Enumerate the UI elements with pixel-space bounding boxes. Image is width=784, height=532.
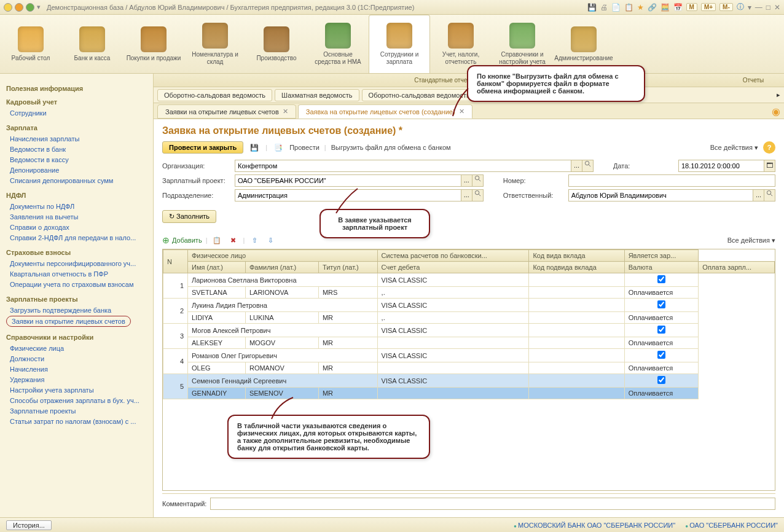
col-header[interactable]: Физическое лицо <box>188 250 378 262</box>
org-input[interactable] <box>235 160 571 172</box>
sidebar-link[interactable]: Удержания <box>6 375 147 385</box>
doc-tab[interactable]: Заявки на открытие лицевых счетов✕ <box>157 104 296 119</box>
comment-input[interactable] <box>210 498 775 510</box>
select-icon[interactable]: ... <box>461 174 472 187</box>
save-icon[interactable]: 💾 <box>587 3 597 12</box>
close-icon[interactable]: ✕ <box>774 3 780 12</box>
sidebar-link[interactable]: Ведомости в кассу <box>6 155 147 165</box>
table-row-sub[interactable]: GENNADIYSEMENOVMRОплачивается <box>163 388 775 399</box>
sidebar-link[interactable]: Справки о доходах <box>6 222 147 232</box>
sidebar-link[interactable]: Начисления зарплаты <box>6 134 147 144</box>
table-row-sub[interactable]: OLEGROMANOVMRОплачивается <box>163 362 775 374</box>
m-button[interactable]: M <box>686 3 697 11</box>
fav-toggle-icon[interactable]: ◉ <box>772 106 780 117</box>
col-subheader[interactable]: Оплата зарпл... <box>699 262 775 273</box>
sidebar-link[interactable]: Документы по НДФЛ <box>6 201 147 211</box>
calendar-icon[interactable]: 📅 <box>673 3 683 12</box>
calendar-icon[interactable]: 🗔 <box>764 160 775 172</box>
search-icon[interactable] <box>764 189 775 201</box>
nav-fwd-icon[interactable] <box>26 3 34 12</box>
col-subheader[interactable]: Валюта <box>624 262 699 273</box>
help-icon[interactable]: ? <box>763 141 775 154</box>
export-file-button[interactable]: Выгрузить файл для обмена с банком <box>331 144 451 151</box>
resp-input[interactable] <box>568 189 753 201</box>
proj-input[interactable] <box>235 174 461 187</box>
clip-icon[interactable]: 📋 <box>624 3 633 12</box>
row-checkbox[interactable] <box>657 376 665 384</box>
all-actions-button[interactable]: Все действия ▾ <box>710 144 758 152</box>
table-row-sub[interactable]: SVETLANALARIONOVAMRS,.Оплачивается <box>163 287 775 299</box>
col-header[interactable]: Система расчетов по банковски... <box>377 250 529 262</box>
sidebar-link[interactable]: Документы персонифицированного уч... <box>6 259 147 268</box>
toolbar-item[interactable]: Номенклатура и склад <box>184 15 246 73</box>
col-header[interactable]: Является зар... <box>624 250 699 262</box>
move-down-icon[interactable]: ⇩ <box>264 234 276 246</box>
table-row[interactable]: 5Семенов Геннадий СергеевичVISA CLASSIC <box>163 374 775 388</box>
sidebar-link[interactable]: Квартальная отчетность в ПФР <box>6 269 147 279</box>
sidebar-link[interactable]: Физические лица <box>6 343 147 353</box>
col-subheader[interactable]: Титул (лат.) <box>318 262 377 273</box>
move-up-icon[interactable]: ⇧ <box>248 234 261 246</box>
sidebar-link[interactable]: Должности <box>6 354 147 364</box>
search-icon[interactable] <box>582 160 594 172</box>
table-row[interactable]: 2Лукина Лидия ПетровнаVISA CLASSIC <box>163 299 775 312</box>
search-icon[interactable] <box>472 189 484 201</box>
link-icon[interactable]: 🔗 <box>648 3 657 12</box>
fill-button[interactable]: ↻ Заполнить <box>162 210 216 223</box>
provesti-zakryt-button[interactable]: Провести и закрыть <box>162 141 243 154</box>
col-subheader[interactable]: Фамилия (лат.) <box>245 262 318 273</box>
copy-icon[interactable]: 📋 <box>211 234 223 246</box>
row-checkbox[interactable] <box>657 351 665 359</box>
sidebar-link[interactable]: Зарплатные проекты <box>6 406 147 416</box>
sidebar-link[interactable]: Способы отражения зарплаты в бух. уч... <box>6 396 147 405</box>
toolbar-item[interactable]: Банк и касса <box>61 15 123 73</box>
minimize-icon[interactable]: — <box>755 3 762 12</box>
row-checkbox[interactable] <box>657 326 665 334</box>
report-tab[interactable]: Шахматная ведомость <box>275 89 359 101</box>
sidebar-link[interactable]: Ведомости в банк <box>6 144 147 154</box>
table-row-sub[interactable]: LIDIYALUKINAMR,.Оплачивается <box>163 312 775 324</box>
row-checkbox[interactable] <box>657 275 665 283</box>
select-icon[interactable]: ... <box>461 189 472 201</box>
table-row[interactable]: 4Романов Олег ГригорьевичVISA CLASSIC <box>163 349 775 362</box>
sidebar-link[interactable]: Настройки учета зарплаты <box>6 385 147 395</box>
toolbar-item[interactable]: Основные средства и НМА <box>307 15 369 73</box>
sidebar-link[interactable]: Сотрудники <box>6 108 147 118</box>
toolbar-item[interactable]: Справочники и настройки учета <box>492 15 553 73</box>
nav-back-icon[interactable] <box>15 3 23 12</box>
select-icon[interactable]: ... <box>753 189 764 201</box>
doc-icon[interactable]: 📄 <box>611 3 621 12</box>
col-header[interactable]: N <box>163 250 188 273</box>
row-checkbox[interactable] <box>657 300 665 308</box>
col-subheader[interactable]: Счет дебета <box>377 262 529 273</box>
sidebar-link[interactable]: Статьи затрат по налогам (взносам) с ... <box>6 417 147 426</box>
toolbar-item[interactable]: Покупки и продажи <box>123 15 184 73</box>
toolbar-item[interactable]: Сотрудники и зарплата <box>369 15 430 73</box>
toolbar-item[interactable]: Администрирование <box>553 15 614 73</box>
chevron-right-icon[interactable]: ▸ <box>777 91 780 99</box>
num-input[interactable] <box>568 174 775 187</box>
m-plus-button[interactable]: M+ <box>701 3 716 11</box>
calc-icon[interactable]: 🧮 <box>661 3 670 12</box>
all-actions-button[interactable]: Все действия ▾ <box>727 237 775 244</box>
doc-tab[interactable]: Заявка на открытие лицевых счетов (созда… <box>298 104 472 119</box>
select-icon[interactable]: ... <box>571 160 582 172</box>
info-icon[interactable]: ⓘ <box>737 2 744 12</box>
provesti-icon[interactable]: 📑 <box>272 141 284 154</box>
sidebar-link[interactable]: Заявки на открытие лицевых счетов <box>6 316 131 327</box>
sidebar-link[interactable]: Депонирование <box>6 165 147 175</box>
delete-icon[interactable]: ✖ <box>227 234 239 246</box>
dropdown-icon[interactable]: ▾ <box>748 3 751 12</box>
print-icon[interactable]: 🖨 <box>600 3 608 12</box>
table-row[interactable]: 3Могов Алексей ПетровичVISA CLASSIC <box>163 324 775 337</box>
sidebar-link[interactable]: Заявления на вычеты <box>6 212 147 222</box>
provesti-button[interactable]: Провести <box>289 144 319 151</box>
sidebar-link[interactable]: Загрузить подтверждение банка <box>6 305 147 315</box>
save-icon[interactable]: 💾 <box>248 141 261 154</box>
dropdown-icon[interactable]: ▾ <box>37 3 41 12</box>
table-row-sub[interactable]: ALEKSEYMOGOVMRОплачивается <box>163 337 775 349</box>
sidebar-link[interactable]: Списания депонированных сумм <box>6 176 147 186</box>
search-icon[interactable] <box>472 174 484 187</box>
add-button[interactable]: Добавить <box>162 235 202 245</box>
sidebar-link[interactable]: Операции учета по страховым взносам <box>6 280 147 289</box>
